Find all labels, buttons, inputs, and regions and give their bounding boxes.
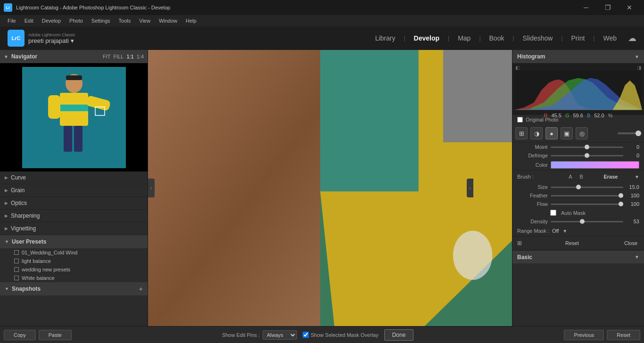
close-button-rp[interactable]: Close [622,239,639,247]
sharpening-header[interactable]: ▶ Sharpening [0,210,148,222]
filter-tool[interactable]: ◎ [576,127,588,139]
moire-slider[interactable] [551,147,623,148]
flow-label: Flow [517,201,548,207]
brush-tab-erase[interactable]: Erase [587,174,635,180]
defringe-thumb [585,153,589,158]
nav-print[interactable]: Print [566,33,591,44]
vignetting-header[interactable]: ▶ Vignetting [0,222,148,235]
left-panel-collapse[interactable]: ‹ [148,179,155,197]
brush-dropdown-icon[interactable]: ▼ [635,174,639,180]
menu-photo[interactable]: Photo [66,17,87,24]
nav-slideshow[interactable]: Slideshow [517,33,559,44]
preset-item-2[interactable]: wedding new presets [0,265,148,274]
density-thumb [580,219,585,224]
brush-tab-b[interactable]: B [576,173,587,180]
done-button[interactable]: Done [384,329,414,341]
basic-panel-header[interactable]: Basic ▼ [512,250,644,263]
show-edit-row: Show Edit Pins : Always Never Selected [222,330,297,340]
menu-tools[interactable]: Tools [115,17,135,24]
zoom-1-4[interactable]: 1:4 [137,54,144,59]
red-eye-tool[interactable]: ▣ [561,127,573,139]
size-row: Size 15.0 [512,183,644,191]
zoom-fit[interactable]: FIT [103,54,111,59]
user-presets-header[interactable]: ▼ User Presets [0,235,148,248]
defringe-value: 0 [626,153,639,158]
nav-map[interactable]: Map [452,33,476,44]
reset-bottom-button[interactable]: Reset [607,330,640,340]
nav-web[interactable]: Web [597,33,622,44]
zoom-fill[interactable]: FILL [113,54,124,59]
white-clip-icon[interactable]: ◨ [637,65,641,70]
copy-button[interactable]: Copy [4,330,36,340]
menu-settings[interactable]: Settings [88,17,114,24]
nav-library[interactable]: Library [370,33,401,44]
cloud-icon[interactable]: ☁ [628,33,636,43]
navigator-image [22,67,126,168]
show-edit-pins-label: Show Edit Pins : [222,332,260,338]
navigator-title: Navigator [11,53,100,60]
curve-tri: ▶ [5,175,8,180]
tool-adjustment-slider[interactable] [618,132,641,134]
feather-thumb [619,193,623,198]
panel-content: ▶ Curve ▶ Grain ▶ Optics ▶ Sharpen [0,172,148,326]
snapshots-header[interactable]: ▼ Snapshots + [0,282,148,295]
menu-develop[interactable]: Develop [38,17,65,24]
crop-tool[interactable]: ◑ [530,127,543,139]
right-panel-buttons: ⊞ Reset Close [512,236,644,250]
size-slider[interactable] [551,187,623,188]
menu-edit[interactable]: Edit [21,17,37,24]
minimize-button[interactable]: ─ [575,0,597,15]
preset-label-2: wedding new presets [22,267,70,272]
heal-tool[interactable]: ● [545,127,558,139]
black-clip-icon[interactable]: ◧ [515,65,520,70]
lrc-user[interactable]: preeti prajapati ▾ [28,37,75,44]
grid-tool[interactable]: ⊞ [515,127,528,139]
density-slider[interactable] [551,221,623,222]
paste-button[interactable]: Paste [39,330,72,340]
titlebar-left: Lr Lightroom Catalog - Adobe Photoshop L… [4,3,170,12]
menu-help[interactable]: Help [182,17,200,24]
flow-slider[interactable] [551,204,623,205]
preset-item-3[interactable]: White balance [0,274,148,282]
always-select[interactable]: Always Never Selected [263,330,297,340]
optics-header[interactable]: ▶ Optics [0,197,148,209]
right-panel-collapse[interactable]: › [467,179,473,197]
maximize-button[interactable]: ❐ [597,0,619,15]
hist-r-label: R [544,113,548,118]
color-swatch[interactable] [551,161,639,169]
preset-item-1[interactable]: light balance [0,257,148,265]
menu-view[interactable]: View [135,17,154,24]
show-selected-row: Show Selected Mask Overlay [303,332,379,338]
nav-book[interactable]: Book [484,33,510,44]
main-photo-svg [148,50,512,326]
preset-item-0[interactable]: 01_Wedding_Cold Wind [0,248,148,257]
grain-tri: ▶ [5,188,8,193]
menu-window[interactable]: Window [155,17,181,24]
defringe-slider[interactable] [551,155,623,156]
range-mask-dropdown[interactable]: ▼ [562,229,567,234]
navigator-header[interactable]: ▼ Navigator FIT FILL 1:1 1:4 [0,50,148,63]
histogram-body: ◧ ◨ R 45.5 G 59.6 B 52.0 [512,63,644,115]
color-label: Color [517,162,548,168]
range-mask-value[interactable]: Off [552,228,559,234]
automask-checkbox[interactable] [550,210,556,216]
zoom-1-1[interactable]: 1:1 [126,54,133,59]
close-button[interactable]: ✕ [619,0,640,15]
expand-panel-icon[interactable]: ⊞ [517,240,522,246]
histogram-header[interactable]: Histogram ▼ [512,50,644,63]
snapshots-add-button[interactable]: + [139,285,143,293]
show-selected-checkbox[interactable] [303,332,309,338]
sharpening-tri: ▶ [5,213,8,218]
histogram-values: R 45.5 G 59.6 B 52.0 % [514,112,642,119]
brush-tab-a[interactable]: A [565,173,576,180]
reset-button[interactable]: Reset [563,239,581,247]
navigator-triangle: ▼ [4,54,8,59]
tool-strip: ⊞ ◑ ● ▣ ◎ [512,124,644,143]
nav-develop[interactable]: Develop [408,33,445,44]
svg-rect-5 [48,95,60,119]
curve-header[interactable]: ▶ Curve [0,172,148,184]
menu-file[interactable]: File [4,17,20,24]
grain-header[interactable]: ▶ Grain [0,184,148,196]
previous-button[interactable]: Previous [564,330,604,340]
feather-slider[interactable] [551,195,623,196]
